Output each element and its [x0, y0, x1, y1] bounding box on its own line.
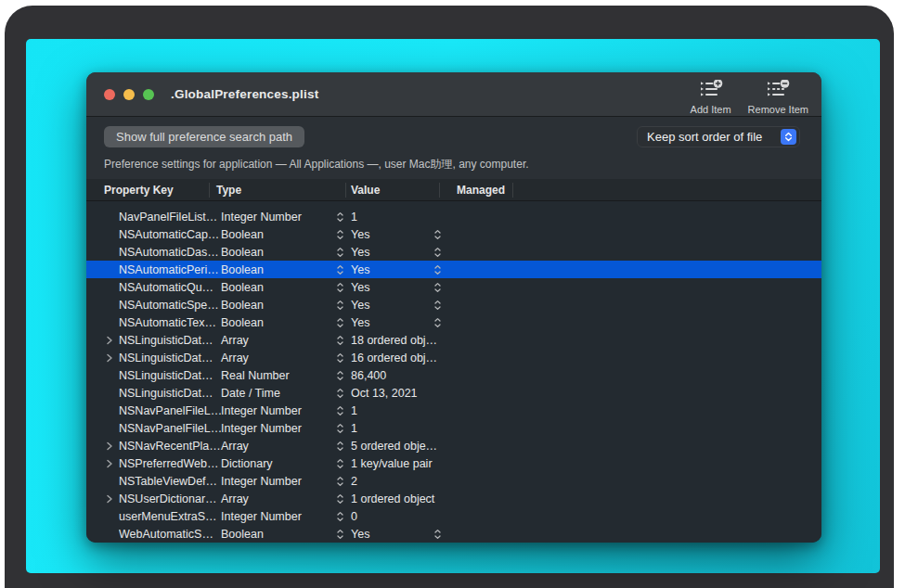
property-value: 5 ordered obje…: [351, 440, 433, 453]
column-header-managed[interactable]: Managed: [457, 179, 505, 201]
table-row[interactable]: NSLinguisticDat…Array18 ordered obj…: [86, 331, 821, 349]
value-stepper-icon[interactable]: [336, 476, 351, 487]
property-key: NSLinguisticDat…: [119, 387, 221, 400]
property-type: Boolean: [221, 316, 336, 329]
minimize-button[interactable]: [123, 89, 135, 100]
table-row[interactable]: NSNavPanelFileL…Integer Number1: [86, 419, 821, 437]
property-type: Real Number: [221, 369, 336, 382]
boolean-popup-stepper-icon[interactable]: [433, 282, 448, 293]
value-stepper-icon[interactable]: [336, 441, 351, 452]
property-key: NavPanelFileList…: [119, 211, 221, 224]
value-stepper-icon[interactable]: [336, 317, 351, 328]
table-row[interactable]: NSAutomaticTex…BooleanYes: [86, 313, 821, 331]
value-stepper-icon[interactable]: [336, 282, 351, 293]
column-divider: [439, 183, 440, 198]
sort-order-popup[interactable]: Keep sort order of file: [637, 126, 800, 147]
value-stepper-icon[interactable]: [336, 458, 351, 469]
value-stepper-icon[interactable]: [336, 405, 351, 416]
property-type: Boolean: [221, 263, 336, 276]
property-value: 1: [351, 211, 433, 224]
property-value: 86,400: [351, 369, 433, 382]
disclosure-triangle-icon[interactable]: [100, 336, 119, 345]
property-key: NSPreferredWeb…: [119, 457, 221, 470]
property-value: Yes: [351, 281, 433, 294]
list-add-icon: [699, 80, 723, 102]
table-row[interactable]: NSPreferredWeb…Dictionary1 key/value pai…: [86, 454, 821, 472]
property-type: Array: [221, 334, 336, 347]
popup-updown-chevron-icon: [781, 129, 796, 145]
value-stepper-icon[interactable]: [336, 388, 351, 399]
value-stepper-icon[interactable]: [336, 511, 351, 522]
sort-order-popup-value: Keep sort order of file: [647, 130, 762, 144]
value-stepper-icon[interactable]: [336, 247, 351, 258]
traffic-lights: [86, 89, 154, 100]
property-type: Boolean: [221, 299, 336, 312]
value-stepper-icon[interactable]: [336, 370, 351, 381]
boolean-popup-stepper-icon[interactable]: [433, 300, 448, 311]
show-search-path-button[interactable]: Show full preference search path: [104, 126, 304, 147]
table-row[interactable]: NavPanelFileList…Integer Number1: [86, 208, 821, 225]
disclosure-triangle-icon[interactable]: [100, 494, 119, 504]
disclosure-triangle-icon[interactable]: [100, 441, 119, 451]
boolean-popup-stepper-icon[interactable]: [433, 317, 448, 328]
disclosure-triangle-icon[interactable]: [100, 353, 119, 363]
value-stepper-icon[interactable]: [336, 211, 351, 223]
property-type: Date / Time: [221, 387, 336, 400]
add-item-button[interactable]: Add Item: [691, 80, 731, 115]
value-stepper-icon[interactable]: [336, 352, 351, 364]
table-row[interactable]: NSLinguisticDat…Real Number86,400: [86, 366, 821, 384]
table-row[interactable]: NSTableViewDef…Integer Number2: [86, 472, 821, 490]
add-item-label: Add Item: [691, 104, 731, 115]
boolean-popup-stepper-icon[interactable]: [433, 229, 448, 240]
table-row[interactable]: NSAutomaticQu…BooleanYes: [86, 278, 821, 296]
boolean-popup-stepper-icon[interactable]: [433, 247, 448, 258]
value-stepper-icon[interactable]: [336, 423, 351, 434]
disclosure-triangle-icon[interactable]: [100, 459, 119, 468]
remove-item-label: Remove Item: [748, 104, 808, 115]
property-type: Integer Number: [221, 510, 336, 523]
boolean-popup-stepper-icon[interactable]: [433, 264, 448, 275]
value-stepper-icon[interactable]: [336, 300, 351, 311]
table-row[interactable]: NSAutomaticPeri…BooleanYes: [86, 261, 821, 278]
property-type: Dictionary: [221, 457, 336, 470]
property-key: NSNavRecentPla…: [119, 440, 221, 453]
table-row[interactable]: NSNavPanelFileL…Integer Number1: [86, 402, 821, 419]
property-key: NSUserDictionar…: [119, 492, 221, 505]
table-row[interactable]: NSAutomaticSpe…BooleanYes: [86, 296, 821, 313]
preference-scope-description: Preference settings for application — Al…: [104, 157, 529, 173]
table-row[interactable]: NSUserDictionar…Array1 ordered object: [86, 490, 821, 507]
boolean-popup-stepper-icon[interactable]: [433, 529, 448, 540]
column-header-type[interactable]: Type: [216, 179, 241, 201]
table-row[interactable]: NSNavRecentPla…Array5 ordered obje…: [86, 437, 821, 454]
column-header-value[interactable]: Value: [351, 179, 380, 201]
column-header-property-key[interactable]: Property Key: [104, 179, 174, 201]
value-stepper-icon[interactable]: [336, 335, 351, 346]
property-key: NSAutomaticCap…: [119, 228, 221, 241]
property-key: WebAutomaticS…: [119, 528, 221, 541]
property-key: NSLinguisticDat…: [119, 334, 221, 347]
property-value: Yes: [351, 263, 433, 276]
column-divider: [512, 183, 513, 198]
remove-item-button[interactable]: Remove Item: [748, 80, 808, 115]
property-key: NSAutomaticSpe…: [119, 299, 221, 312]
close-button[interactable]: [104, 89, 115, 100]
table-body: NavPanelFileList…Integer Number1NSAutoma…: [86, 201, 821, 543]
property-type: Integer Number: [221, 211, 336, 224]
value-stepper-icon[interactable]: [336, 529, 351, 540]
table-row[interactable]: NSLinguisticDat…Array16 ordered obj…: [86, 349, 821, 366]
table-row[interactable]: userMenuExtraS…Integer Number0: [86, 507, 821, 525]
property-type: Array: [221, 492, 336, 505]
table-row[interactable]: WebAutomaticS…BooleanYes: [86, 525, 821, 543]
value-stepper-icon[interactable]: [336, 493, 351, 505]
property-value: Oct 13, 2021: [351, 387, 433, 400]
title-bar: .GlobalPreferences.plist: [86, 72, 821, 117]
value-stepper-icon[interactable]: [336, 229, 351, 240]
table-row[interactable]: NSAutomaticCap…BooleanYes: [86, 225, 821, 243]
property-type: Integer Number: [221, 422, 336, 435]
value-stepper-icon[interactable]: [336, 264, 351, 275]
column-divider: [209, 183, 210, 198]
table-header: Property KeyTypeValueManaged: [86, 179, 821, 201]
table-row[interactable]: NSLinguisticDat…Date / TimeOct 13, 2021: [86, 384, 821, 402]
zoom-button[interactable]: [143, 89, 154, 100]
table-row[interactable]: NSAutomaticDas…BooleanYes: [86, 243, 821, 261]
